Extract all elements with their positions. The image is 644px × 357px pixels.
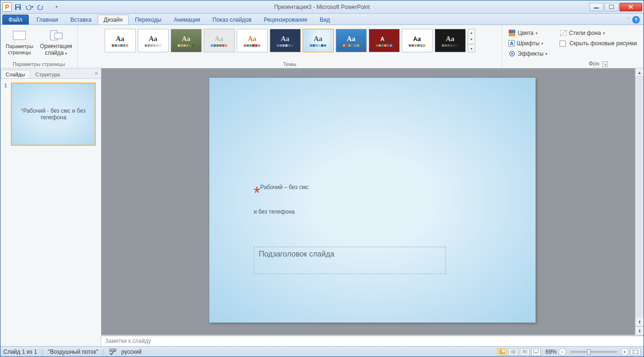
- status-slide-info[interactable]: Слайд 1 из 1: [3, 349, 37, 355]
- redo-button[interactable]: [35, 2, 46, 12]
- next-slide-button[interactable]: ⬇: [636, 326, 644, 335]
- svg-rect-25: [523, 350, 527, 351]
- tab-transitions[interactable]: Переходы: [129, 15, 167, 25]
- panel-close-button[interactable]: ×: [92, 70, 101, 77]
- svg-point-14: [511, 53, 513, 55]
- page-setup-button[interactable]: Параметры страницы: [3, 27, 36, 57]
- thumb-title: *Рабочий - без смс и без телефона: [12, 108, 95, 121]
- tab-insert[interactable]: Вставка: [64, 15, 98, 25]
- svg-rect-17: [499, 349, 501, 354]
- save-button[interactable]: [13, 2, 23, 12]
- minimize-ribbon-button[interactable]: ˆ: [627, 17, 629, 23]
- panel-tab-slides[interactable]: Слайды: [0, 70, 30, 78]
- prev-slide-button[interactable]: ⬆: [636, 318, 644, 326]
- slide-subtitle-placeholder[interactable]: Подзаголовок слайда: [254, 247, 446, 274]
- ribbon-tabs: Файл Главная Вставка Дизайн Переходы Ани…: [0, 14, 644, 25]
- group-page-setup: Параметры страницы Ориентация слайда ▾ П…: [0, 25, 78, 68]
- minimize-icon: [594, 5, 599, 9]
- notes-pane[interactable]: Заметки к слайду: [101, 335, 644, 346]
- canvas-area[interactable]: *Рабочий – без смс *Рабочий – без смс и …: [101, 68, 644, 335]
- spellcheck-icon[interactable]: abc: [109, 349, 116, 355]
- svg-rect-12: [512, 33, 515, 36]
- svg-rect-11: [509, 33, 512, 36]
- hide-background-checkbox[interactable]: Скрыть фоновые рисунки: [557, 39, 639, 48]
- dropdown-arrow-icon: ▾: [32, 5, 33, 9]
- tab-review[interactable]: Рецензирование: [257, 15, 314, 25]
- normal-view-button[interactable]: [497, 348, 507, 356]
- fit-slide-button[interactable]: [630, 348, 641, 356]
- zoom-thumb[interactable]: [587, 349, 591, 355]
- svg-text:abc: abc: [109, 349, 116, 353]
- svg-rect-1: [16, 5, 20, 7]
- effects-button[interactable]: Эффекты ▾: [506, 49, 550, 59]
- svg-rect-26: [523, 351, 527, 352]
- tab-animations[interactable]: Анимация: [167, 15, 206, 25]
- workspace: *Рабочий – без смс *Рабочий – без смс и …: [101, 68, 644, 346]
- svg-rect-23: [514, 352, 516, 354]
- window-title: Презентация3 - Microsoft PowerPoint: [274, 4, 370, 10]
- theme-thumb-2[interactable]: Aa: [138, 29, 169, 52]
- theme-thumb-11[interactable]: Aa: [435, 29, 466, 52]
- close-button[interactable]: [619, 3, 642, 11]
- theme-thumb-10[interactable]: Aa: [402, 29, 433, 52]
- theme-thumb-5[interactable]: Aa: [237, 29, 268, 52]
- maximize-icon: [609, 5, 614, 9]
- undo-button[interactable]: ▾: [24, 2, 34, 12]
- svg-rect-18: [502, 349, 505, 353]
- svg-rect-19: [502, 353, 505, 354]
- orientation-label: Ориентация слайда ▾: [40, 43, 72, 57]
- zoom-out-button[interactable]: −: [559, 348, 566, 356]
- group-background: Стили фона ▾ Скрыть фоновые рисунки Фон …: [553, 25, 644, 68]
- themes-more-button[interactable]: ▴▾▾: [468, 29, 475, 52]
- redo-icon: [37, 4, 44, 10]
- slide-canvas[interactable]: *Рабочий – без смс *Рабочий – без смс и …: [209, 78, 536, 323]
- close-icon: [628, 5, 633, 9]
- slide-title-placeholder[interactable]: *Рабочий – без смс *Рабочий – без смс и …: [254, 184, 499, 218]
- tab-home[interactable]: Главная: [31, 15, 65, 25]
- thumbnails-list[interactable]: 1 *Рабочий - без смс и без телефона: [0, 79, 101, 346]
- zoom-slider[interactable]: [570, 351, 617, 353]
- tab-view[interactable]: Вид: [314, 15, 336, 25]
- status-theme[interactable]: "Воздушный поток": [48, 349, 98, 355]
- dialog-launcher-icon[interactable]: ↘: [602, 61, 608, 67]
- group-title-page-setup: Параметры страницы: [13, 60, 65, 67]
- theme-thumb-3[interactable]: Aa: [171, 29, 202, 52]
- background-styles-button[interactable]: Стили фона ▾: [557, 28, 639, 38]
- slideshow-view-button[interactable]: [531, 348, 541, 356]
- vertical-scrollbar[interactable]: ▲ ⬆ ⬇: [635, 68, 644, 335]
- zoom-in-button[interactable]: +: [621, 348, 628, 356]
- zoom-level[interactable]: 69%: [545, 349, 557, 355]
- slides-panel: Слайды Структура × 1 *Рабочий - без смс …: [0, 68, 101, 346]
- powerpoint-window: P ▾ ▾ Презентация3 - Microsoft PowerPoin…: [0, 0, 644, 357]
- tab-slideshow[interactable]: Показ слайдов: [206, 15, 258, 25]
- qat-customize-button[interactable]: ▾: [51, 2, 62, 12]
- theme-thumb-1[interactable]: Aa: [105, 29, 136, 52]
- status-language[interactable]: русский: [121, 349, 141, 355]
- sorter-view-button[interactable]: [509, 348, 518, 356]
- tab-design[interactable]: Дизайн: [98, 15, 129, 25]
- theme-thumb-8[interactable]: Aa: [336, 29, 367, 52]
- theme-thumb-6[interactable]: Aa: [270, 29, 301, 52]
- fonts-button[interactable]: AШрифты ▾: [506, 39, 550, 48]
- checkbox-icon: [560, 41, 566, 47]
- svg-rect-10: [512, 30, 515, 33]
- scroll-up-button[interactable]: ▲: [636, 68, 644, 77]
- help-icon[interactable]: ?: [632, 16, 640, 24]
- svg-rect-9: [509, 30, 512, 33]
- thumb-number: 1: [4, 83, 9, 146]
- minimize-button[interactable]: [589, 3, 603, 11]
- colors-button[interactable]: Цвета ▾: [506, 28, 550, 38]
- theme-thumb-4[interactable]: Aa: [204, 29, 235, 52]
- theme-thumb-9[interactable]: Aa: [369, 29, 400, 52]
- svg-rect-27: [523, 352, 527, 353]
- maximize-button[interactable]: [604, 3, 619, 11]
- orientation-button[interactable]: Ориентация слайда ▾: [38, 27, 74, 58]
- svg-rect-2: [17, 8, 19, 10]
- panel-tab-outline[interactable]: Структура: [30, 70, 65, 78]
- tab-file[interactable]: Файл: [2, 15, 29, 25]
- theme-thumb-7[interactable]: Aa: [303, 29, 334, 52]
- slide-thumbnail-1[interactable]: 1 *Рабочий - без смс и без телефона: [4, 83, 97, 146]
- scroll-track[interactable]: [636, 77, 644, 318]
- powerpoint-logo-icon: P: [2, 2, 12, 12]
- reading-view-button[interactable]: [520, 348, 529, 356]
